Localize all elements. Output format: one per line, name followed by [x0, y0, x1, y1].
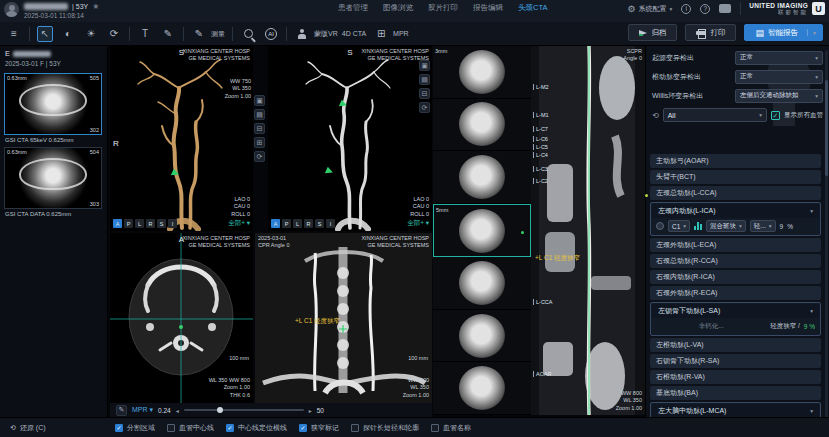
- viewport-vr-gold[interactable]: S R XINXIANG CENTER HOSPGE MEDICAL SYSTE…: [110, 46, 253, 231]
- cta4d-button[interactable]: 4D CTA: [342, 30, 366, 37]
- viewport-axial-ct[interactable]: A XINXIANG CENTER HOSPGE MEDICAL SYSTEMS…: [110, 233, 253, 403]
- checkbox-probe-contour[interactable]: 探针长短径和轮廓: [351, 423, 419, 433]
- orient-a-button[interactable]: A: [113, 219, 122, 228]
- orient-r-button[interactable]: R: [304, 219, 313, 228]
- orient-l-button[interactable]: L: [135, 219, 144, 228]
- panel-scrollbar[interactable]: [825, 50, 828, 421]
- pencil-icon[interactable]: ✎: [116, 405, 127, 416]
- report-dropdown-icon[interactable]: ▾: [807, 29, 816, 36]
- brightness-tool[interactable]: ☀: [83, 26, 99, 42]
- slider-thumb[interactable]: [217, 407, 223, 413]
- cube-icon[interactable]: ⊟: [254, 123, 265, 134]
- info-icon[interactable]: i: [681, 4, 691, 14]
- tab-images[interactable]: 图像浏览: [383, 3, 413, 13]
- visibility-toggle[interactable]: [656, 222, 664, 230]
- measure-tool[interactable]: ✎: [191, 26, 207, 42]
- stenosis-tag[interactable]: +L C1 轻度狭窄: [535, 254, 580, 263]
- system-config-menu[interactable]: ⚙ 系统配置 ▾: [627, 4, 672, 14]
- artery-row-aoar[interactable]: 主动脉弓(AOAR): [650, 154, 821, 168]
- detection-select[interactable]: 左侧后交通动脉缺如▾: [735, 89, 823, 103]
- plaque-type-select[interactable]: 混合斑块▾: [706, 220, 746, 232]
- artery-row-bct[interactable]: 头臂干(BCT): [650, 170, 821, 184]
- pencil-tool[interactable]: ✎: [160, 26, 176, 42]
- tab-patient[interactable]: 患者管理: [338, 3, 368, 13]
- magnifier-tool[interactable]: [240, 26, 256, 42]
- star-icon[interactable]: ★: [92, 2, 99, 11]
- reset-view-icon[interactable]: ⟳: [419, 102, 430, 113]
- lumen-slice[interactable]: [433, 362, 531, 415]
- show-all-vessels-toggle[interactable]: 全部+ ▾: [407, 219, 429, 228]
- slice-slider[interactable]: [184, 409, 304, 411]
- layout-icon[interactable]: ⊞: [254, 137, 265, 148]
- film-icon[interactable]: ▤: [254, 109, 265, 120]
- artery-row-l-cca[interactable]: 左颈总动脉(L-CCA): [650, 186, 821, 200]
- mpr-button[interactable]: MPR: [393, 30, 409, 37]
- print-button[interactable]: 打印: [685, 24, 736, 41]
- tab-head-neck-cta[interactable]: 头颈CTA: [518, 3, 547, 13]
- cube-icon[interactable]: ⊟: [419, 88, 430, 99]
- orient-i-button[interactable]: I: [326, 219, 335, 228]
- ai-tool[interactable]: AI: [263, 26, 279, 42]
- straightened-cpr-view[interactable]: SCPRAngle 0 L-M2 L-M1 L-C7 L-C6 L-C5 L-C…: [531, 46, 645, 415]
- contrast-tool[interactable]: ◐: [60, 26, 76, 42]
- slider-right-arrow[interactable]: ▸: [309, 407, 312, 414]
- lumen-slice[interactable]: [433, 99, 531, 152]
- lumen-chart-icon[interactable]: [694, 222, 702, 230]
- text-annotation-tool[interactable]: T: [137, 26, 153, 42]
- artery-row-ba[interactable]: 基底动脉(BA): [650, 386, 821, 400]
- mpr-grid-icon[interactable]: ⊞: [373, 26, 389, 42]
- orient-i-button[interactable]: I: [168, 219, 177, 228]
- rotate-tool[interactable]: ⟳: [106, 26, 122, 42]
- stenosis-degree-select[interactable]: 轻...▾: [750, 220, 776, 232]
- layout-icon[interactable]: ≡: [6, 26, 22, 42]
- artery-row-l-eca[interactable]: 左颈外动脉(L-ECA): [650, 238, 821, 252]
- tab-film[interactable]: 胶片打印: [428, 3, 458, 13]
- artery-row-l-sa[interactable]: 左锁骨下动脉(L-SA)▾: [652, 304, 819, 318]
- orient-p-button[interactable]: P: [282, 219, 291, 228]
- lumen-slice-selected[interactable]: 5mm: [433, 204, 531, 258]
- lumen-slice[interactable]: [433, 151, 531, 204]
- feedback-icon[interactable]: [719, 4, 731, 13]
- tab-report[interactable]: 报告编辑: [473, 3, 503, 13]
- viewport-vr-gray[interactable]: S XINXIANG CENTER HOSPGE MEDICAL SYSTEMS…: [268, 46, 432, 231]
- orient-l-button[interactable]: L: [293, 219, 302, 228]
- artery-row-r-sa[interactable]: 右锁骨下动脉(R-SA): [650, 354, 821, 368]
- vessel-filter-select[interactable]: All▾: [663, 108, 767, 122]
- artery-row-r-cca[interactable]: 右颈总动脉(R-CCA): [650, 254, 821, 268]
- checkbox-vessel-names[interactable]: 血管名称: [431, 423, 471, 433]
- film-icon[interactable]: ▤: [419, 74, 430, 85]
- lumen-slice[interactable]: [433, 257, 531, 310]
- orient-s-button[interactable]: S: [315, 219, 324, 228]
- lumen-slice[interactable]: [433, 310, 531, 363]
- reset-view-icon[interactable]: ⟳: [254, 151, 265, 162]
- slider-left-arrow[interactable]: ◂: [176, 407, 179, 414]
- show-all-vessels-checkbox[interactable]: ✓: [771, 111, 780, 120]
- orient-a-button[interactable]: A: [271, 219, 280, 228]
- artery-row-r-eca[interactable]: 右颈外动脉(R-ECA): [650, 286, 821, 300]
- checkbox-stenosis-marks[interactable]: ✓狭窄标记: [299, 423, 339, 433]
- viewport-cpr[interactable]: 2025-03-01CPR Angle 0 XINXIANG CENTER HO…: [255, 233, 432, 403]
- artery-row-l-mca[interactable]: 左大脑中动脉(L-MCA)▾: [652, 404, 819, 418]
- series-thumbnail-2[interactable]: 0.63mm 504 303: [4, 147, 102, 209]
- capture-icon[interactable]: ▣: [254, 95, 265, 106]
- segment-select[interactable]: C1▾: [668, 220, 690, 232]
- series-thumbnail-1[interactable]: 0.63mm 505 302: [4, 73, 102, 135]
- checkbox-centerline[interactable]: 血管中心线: [167, 423, 214, 433]
- show-all-vessels-toggle[interactable]: 全部+ ▾: [228, 219, 250, 228]
- artery-row-l-va[interactable]: 左椎动脉(L-VA): [650, 338, 821, 352]
- checkbox-centerline-crosshair[interactable]: ✓中心线定位横线: [226, 423, 287, 433]
- artery-row-l-ica[interactable]: 左颈内动脉(L-ICA)▾: [652, 204, 819, 218]
- orient-r-button[interactable]: R: [146, 219, 155, 228]
- mpr-mode-select[interactable]: MPR ▾: [132, 406, 153, 414]
- detection-select[interactable]: 正常▾: [735, 70, 823, 84]
- stenosis-tag[interactable]: +L C1 轻度狭窄: [295, 317, 340, 326]
- checkbox-segmentation[interactable]: ✓分割区域: [115, 423, 155, 433]
- artery-row-r-ica[interactable]: 右颈内动脉(R-ICA): [650, 270, 821, 284]
- refresh-icon[interactable]: ⟲: [652, 111, 659, 120]
- orient-s-button[interactable]: S: [157, 219, 166, 228]
- reset-button[interactable]: ⟲ 还原 (C): [0, 423, 105, 433]
- capture-icon[interactable]: ▣: [419, 60, 430, 71]
- cursor-tool[interactable]: ↖: [37, 26, 53, 42]
- orient-p-button[interactable]: P: [124, 219, 133, 228]
- smart-report-button[interactable]: ▤ 智能报告 ▾: [744, 24, 823, 41]
